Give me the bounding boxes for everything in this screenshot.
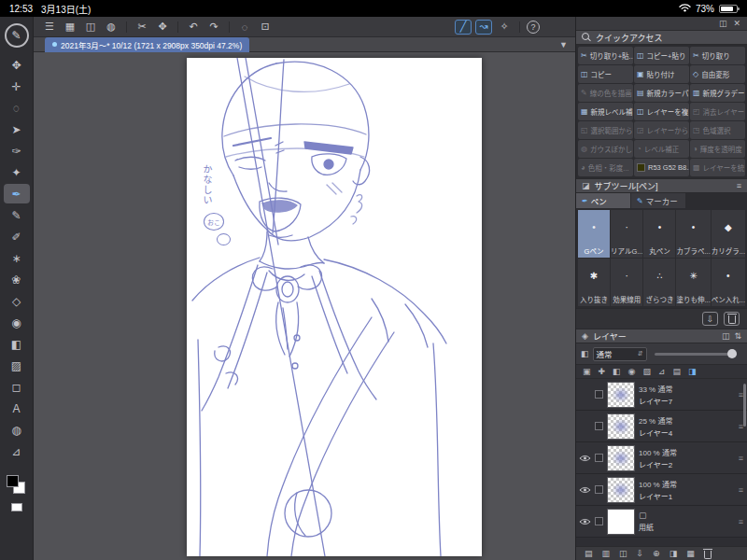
new-folder-button[interactable]: ▥ xyxy=(602,550,611,558)
brush-calligraphy[interactable]: ◆カリグラ... xyxy=(712,210,745,258)
layer-checkbox[interactable] xyxy=(595,422,603,430)
qa-flatten-layers[interactable]: ▩レイヤーを統 xyxy=(690,159,745,176)
tool-airbrush[interactable]: ∗ xyxy=(4,248,30,268)
layer-color-icon[interactable]: ◨ xyxy=(688,368,697,376)
tool-eraser[interactable]: ◇ xyxy=(4,291,30,311)
redo-icon[interactable]: ↷ xyxy=(205,20,222,35)
create-mask-button[interactable]: ◨ xyxy=(669,550,678,558)
qa-line-color[interactable]: ✎線の色を描画 xyxy=(578,84,633,102)
tool-brush[interactable]: ✐ xyxy=(4,227,30,246)
tool-gradient[interactable]: ▨ xyxy=(4,356,30,375)
brush-blend-spread[interactable]: ✳塗りも伸... xyxy=(676,259,710,306)
brush-gpen[interactable]: •Gペン xyxy=(578,210,610,258)
subtool-menu-icon[interactable]: ≡ xyxy=(737,182,741,190)
qa-new-color-palette[interactable]: ▤新規カラーパ xyxy=(634,84,689,102)
tool-balloon[interactable]: ◍ xyxy=(4,420,30,440)
tool-text[interactable]: A xyxy=(4,399,30,418)
main-color-swatch[interactable] xyxy=(7,475,19,487)
brush-maru-pen[interactable]: •丸ペン xyxy=(643,210,675,258)
menu-icon[interactable]: ☰ xyxy=(41,20,58,35)
qa-new-gradient[interactable]: ▥新規グラデー xyxy=(690,84,745,102)
qa-paste[interactable]: ▣貼り付け xyxy=(634,65,689,83)
layer-list-scrollbar[interactable] xyxy=(743,384,746,427)
deselect-icon[interactable]: ◌ xyxy=(236,20,253,35)
layer-thumbnail[interactable] xyxy=(607,413,635,440)
tab-marker[interactable]: ✎マーカー xyxy=(631,193,685,208)
tool-pan[interactable]: ✥ xyxy=(4,55,30,75)
tool-move[interactable]: ✛ xyxy=(4,77,30,96)
snap-line-icon[interactable]: ╱ xyxy=(455,20,472,35)
undo-icon[interactable]: ↶ xyxy=(185,20,202,35)
combine-icon[interactable]: ✚ xyxy=(599,368,606,376)
visibility-eye-icon[interactable] xyxy=(579,518,591,525)
layer-thumbnail[interactable] xyxy=(607,445,635,471)
current-tool-indicator[interactable]: ✎ xyxy=(5,23,29,48)
import-icon[interactable]: ◫ xyxy=(82,20,99,35)
tool-fill[interactable]: ◧ xyxy=(4,334,30,354)
layer-menu-icon[interactable]: ≡ xyxy=(739,454,743,463)
help-icon[interactable]: ? xyxy=(527,21,540,34)
layer-settings-button[interactable]: ▦ xyxy=(686,550,695,558)
layers-sort-icon[interactable]: ⇅ xyxy=(734,332,741,341)
tab-pen[interactable]: ✒ペン xyxy=(576,193,630,208)
crop-icon[interactable]: ⊡ xyxy=(257,20,274,35)
qa-cut-paste[interactable]: ✂切り取り+貼... xyxy=(578,47,633,64)
layer-menu-icon[interactable]: ≡ xyxy=(739,517,743,526)
tab-list-chevron-icon[interactable]: ▼ xyxy=(559,40,568,49)
mask-icon[interactable]: ▨ xyxy=(642,368,651,376)
tool-ruler[interactable]: ⊿ xyxy=(4,441,30,461)
qa-new-level-correction[interactable]: ▦新規レベル補 xyxy=(578,103,633,120)
qa-duplicate-layer[interactable]: ◫レイヤーを複 xyxy=(634,103,689,120)
visibility-eye-icon[interactable] xyxy=(579,455,591,462)
transform-icon[interactable]: ✥ xyxy=(154,20,171,35)
layer-checkbox[interactable] xyxy=(595,485,603,494)
tool-eyedropper[interactable]: ✑ xyxy=(4,141,30,161)
snap-curve-icon[interactable]: ↝ xyxy=(475,20,492,35)
workspace-icon[interactable]: ▦ xyxy=(62,20,78,35)
palette-icon[interactable]: ◍ xyxy=(103,20,120,35)
qa-free-transform[interactable]: ◇自由変形 xyxy=(690,65,745,83)
paper-thumbnail[interactable] xyxy=(607,509,635,535)
lock-layer-icon[interactable]: ◧ xyxy=(613,368,621,376)
layers-view-icon[interactable]: ◫ xyxy=(722,332,730,341)
tool-blend[interactable]: ◉ xyxy=(4,313,30,332)
transparent-color-swatch[interactable] xyxy=(11,503,22,511)
panel-layout-icon[interactable]: ◫ xyxy=(719,20,727,28)
brush-kabura-pen[interactable]: •カブラペ... xyxy=(676,210,710,258)
layer-row-paper[interactable]: ▢用紙 ≡ xyxy=(576,506,747,538)
clip-below-icon[interactable]: ▣ xyxy=(583,368,591,376)
layer-thumbnail[interactable] xyxy=(607,382,635,408)
cut-icon[interactable]: ✂ xyxy=(134,20,150,35)
import-brush-button[interactable]: ⇩ xyxy=(702,312,718,326)
tool-pencil[interactable]: ✎ xyxy=(4,205,30,225)
qa-color-range-select[interactable]: ◳色域選択 xyxy=(690,121,745,139)
layer-menu-icon[interactable]: ≡ xyxy=(739,485,743,495)
qa-cut[interactable]: ✂切り取り xyxy=(690,47,745,64)
snap-special-icon[interactable]: ✧ xyxy=(496,20,513,35)
brush-iri-nuki[interactable]: ✱入り抜き xyxy=(578,259,610,306)
brush-inking[interactable]: •ペン入れ... xyxy=(712,259,745,306)
tool-pen[interactable]: ✒ xyxy=(4,184,30,203)
qa-luminosity-to-alpha[interactable]: ◑輝度を透明度 xyxy=(690,140,745,158)
qa-from-selection[interactable]: ◱選択範囲から xyxy=(578,121,633,139)
merge-down-button[interactable]: ⊕ xyxy=(653,550,660,558)
lock-alpha-icon[interactable]: ◉ xyxy=(628,368,636,376)
duplicate-layer-button[interactable]: ◫ xyxy=(619,550,627,558)
document-tab[interactable]: 2021年3月〜* 10/12 (1721 x 2908px 350dpi 47… xyxy=(45,37,249,52)
qa-copy[interactable]: ◫コピー xyxy=(578,65,633,83)
tool-lasso[interactable]: ◌ xyxy=(4,98,30,118)
layer-checkbox[interactable] xyxy=(595,454,603,462)
qa-from-layer[interactable]: ◲レイヤーから xyxy=(634,121,689,139)
new-layer-button[interactable]: ▤ xyxy=(585,550,593,558)
opacity-slider-knob[interactable] xyxy=(727,349,737,358)
tool-operation[interactable]: ➤ xyxy=(4,119,30,139)
delete-brush-button[interactable] xyxy=(724,312,740,326)
qa-color-value[interactable]: R53 G52 B8... xyxy=(634,159,689,176)
brush-effect-line[interactable]: ·効果線用 xyxy=(611,259,643,306)
layer-row[interactable]: 33 % 通常レイヤー7 ≡ xyxy=(576,379,747,411)
transfer-down-button[interactable]: ⇩ xyxy=(637,550,644,558)
qa-level-correction[interactable]: ◔レベル補正 xyxy=(634,140,689,158)
blend-mode-select[interactable]: 通常 ⇵ xyxy=(593,347,647,361)
tool-figure[interactable]: ◻ xyxy=(4,377,30,397)
main-sub-color-swatches[interactable] xyxy=(7,475,27,496)
